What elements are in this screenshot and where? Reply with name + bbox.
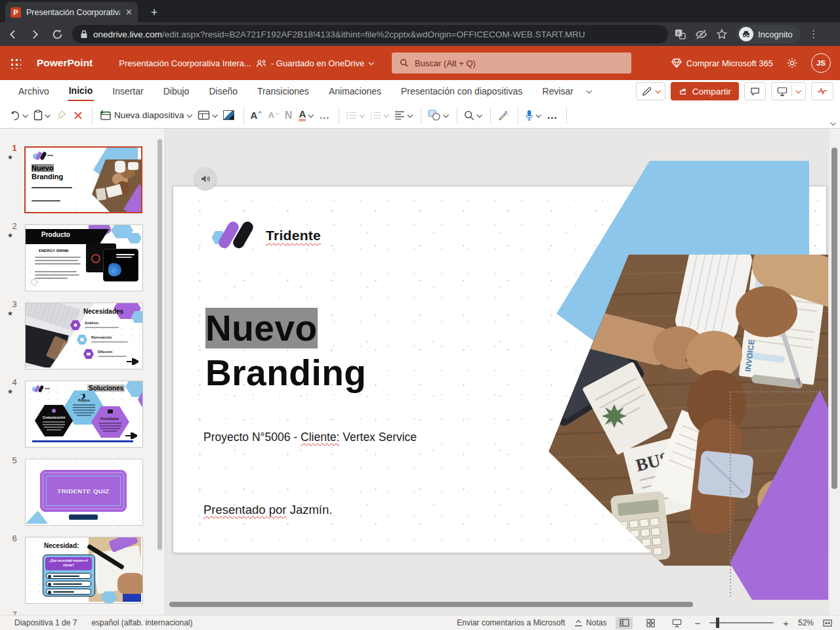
paste-button[interactable]: [33, 110, 49, 121]
tab-inicio[interactable]: Inicio: [68, 81, 94, 101]
new-slide-chevron-icon[interactable]: [186, 112, 192, 117]
bold-button[interactable]: N: [285, 110, 293, 121]
forward-icon[interactable]: [25, 24, 45, 44]
font-color-button[interactable]: A: [299, 109, 312, 121]
present-button[interactable]: [771, 82, 806, 100]
layout-button[interactable]: [198, 110, 217, 120]
more-tabs-chevron-icon[interactable]: [586, 88, 591, 93]
slide-thumbnail-1[interactable]: Nuevo Branding: [24, 146, 142, 213]
zoom-out-button[interactable]: −: [694, 618, 700, 629]
grow-font-button[interactable]: A: [251, 110, 262, 121]
selected-text[interactable]: Nuevo: [205, 308, 318, 348]
slide-thumbnail-4[interactable]: Soluciones Público Comunicación Flexibil…: [25, 381, 143, 448]
language-indicator[interactable]: español (alfab. internacional): [91, 618, 192, 627]
logo-wordmark[interactable]: Tridente: [266, 228, 321, 243]
fit-to-window-button[interactable]: [823, 619, 832, 627]
slide-title[interactable]: Nuevo Branding: [205, 306, 366, 395]
app-launcher-icon[interactable]: [9, 57, 21, 69]
more-font-options-button[interactable]: …: [319, 110, 329, 121]
url-bar[interactable]: onedrive.live.com/edit.aspx?resid=B2A721…: [72, 25, 668, 43]
shared-people-icon: [256, 59, 266, 68]
pulse-icon: [817, 87, 828, 96]
document-title[interactable]: Presentación Coorporativa Intera...: [119, 58, 251, 68]
canvas-vertical-scrollbar[interactable]: [831, 148, 837, 489]
comments-button[interactable]: [744, 82, 766, 100]
audio-speaker-icon[interactable]: [194, 167, 217, 190]
tab-revisar[interactable]: Revisar: [541, 82, 574, 100]
zoom-slider[interactable]: [709, 622, 774, 623]
back-icon[interactable]: [3, 24, 22, 44]
bookmark-star-icon[interactable]: [713, 25, 731, 43]
thumbnail-scrollbar[interactable]: [158, 139, 162, 550]
normal-view-button[interactable]: [616, 617, 633, 629]
translate-icon[interactable]: a: [671, 25, 689, 43]
zoom-in-button[interactable]: +: [783, 618, 789, 629]
slide-thumbnail-6[interactable]: Necesidad: ¿Qué necesidad requiere el cl…: [25, 537, 143, 604]
tab-transiciones[interactable]: Transiciones: [256, 82, 310, 100]
zoom-level[interactable]: 52%: [798, 618, 814, 627]
title-line2[interactable]: Branding: [205, 352, 366, 393]
dictate-button[interactable]: [525, 110, 540, 121]
browser-tab[interactable]: P Presentación Coorporativa ✕: [5, 2, 138, 22]
shapes-chevron-icon[interactable]: [444, 112, 449, 117]
eye-off-icon[interactable]: [692, 25, 710, 43]
new-slide-button[interactable]: Nueva diapositiva: [99, 110, 191, 121]
new-tab-button[interactable]: +: [146, 4, 163, 21]
delete-button[interactable]: [74, 111, 83, 120]
slide-thumbnail-2[interactable]: Producto ENERGY DRINK: [25, 224, 143, 291]
undo-button[interactable]: [9, 110, 27, 121]
reload-icon[interactable]: [47, 24, 67, 44]
slideshow-view-button[interactable]: [668, 617, 685, 629]
slide-subtitle[interactable]: Proyecto N°5006 - Cliente: Vertex Servic…: [203, 430, 417, 444]
thumb-number-6: 6: [9, 534, 20, 543]
align-chevron-icon[interactable]: [408, 112, 413, 117]
editing-mode-button[interactable]: [636, 82, 665, 100]
find-chevron-icon[interactable]: [477, 112, 482, 117]
canvas-horizontal-scrollbar[interactable]: [169, 602, 693, 607]
designer-button[interactable]: [497, 110, 509, 121]
design-ideas-button[interactable]: [223, 110, 234, 120]
dictate-chevron-icon[interactable]: [536, 112, 541, 117]
slide-sorter-view-button[interactable]: [642, 617, 659, 629]
tab-presentacion[interactable]: Presentación con diapositivas: [400, 82, 524, 100]
feedback-link[interactable]: Enviar comentarios a Microsoft: [457, 618, 565, 627]
browser-menu-icon[interactable]: ⋮: [807, 28, 820, 40]
tab-dibujo[interactable]: Dibujo: [162, 82, 191, 100]
saved-chevron-icon[interactable]: [369, 60, 374, 65]
thumb1-title-1: Nuevo: [32, 164, 54, 172]
bullets-button[interactable]: [346, 111, 364, 120]
undo-chevron-icon[interactable]: [22, 112, 28, 117]
app-name[interactable]: PowerPoint: [37, 57, 93, 69]
thumb3-arrow-icon: [127, 358, 138, 365]
tab-diseno[interactable]: Diseño: [207, 82, 239, 100]
settings-gear-icon[interactable]: [786, 57, 798, 69]
share-button[interactable]: Compartir: [671, 82, 739, 100]
find-button[interactable]: [464, 110, 481, 121]
slide-thumbnail-3[interactable]: Necesidades Análisis Renovación Difusión: [25, 303, 143, 369]
slide-presenter-line[interactable]: Presentado por Jazmín.: [203, 503, 332, 517]
slide-counter[interactable]: Diapositiva 1 de 7: [14, 618, 77, 627]
account-avatar[interactable]: JS: [811, 53, 831, 73]
shapes-button[interactable]: [428, 110, 448, 121]
layout-chevron-icon[interactable]: [212, 112, 217, 117]
align-button[interactable]: [394, 111, 411, 119]
notes-toggle[interactable]: Notas: [574, 618, 606, 627]
accessibility-checker-button[interactable]: [811, 82, 833, 100]
saved-status[interactable]: - Guardado en OneDrive: [271, 58, 364, 68]
tab-insertar[interactable]: Insertar: [111, 82, 144, 100]
font-color-chevron-icon[interactable]: [308, 112, 314, 117]
search-input[interactable]: Buscar (Alt + Q): [392, 52, 631, 74]
zoom-slider-thumb[interactable]: [716, 618, 719, 628]
format-painter-button[interactable]: [56, 110, 67, 121]
more-commands-button[interactable]: …: [547, 110, 557, 121]
paste-chevron-icon[interactable]: [45, 112, 50, 117]
buy-microsoft365-button[interactable]: Comprar Microsoft 365: [671, 58, 773, 68]
shrink-font-button[interactable]: A: [268, 110, 278, 120]
tab-archivo[interactable]: Archivo: [17, 82, 51, 100]
tab-close-icon[interactable]: ✕: [125, 7, 133, 17]
tab-animaciones[interactable]: Animaciones: [327, 82, 383, 100]
tridente-logo-icon[interactable]: [209, 219, 259, 253]
collapse-ribbon-chevron-icon[interactable]: [830, 120, 835, 125]
numbering-button[interactable]: 123: [370, 111, 388, 120]
slide-thumbnail-5[interactable]: TRIDENTE QUIZ: [25, 459, 143, 526]
